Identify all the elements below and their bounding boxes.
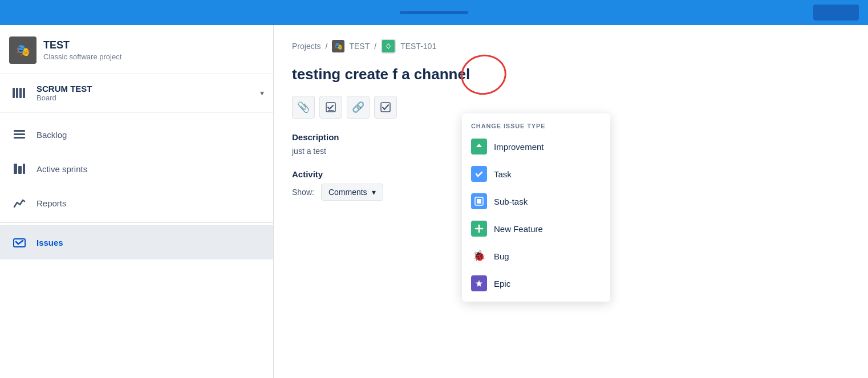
improvement-label: Improvement xyxy=(494,142,544,152)
issues-label: Issues xyxy=(36,238,63,247)
breadcrumb-sep-1: / xyxy=(326,42,328,51)
scrum-board-item[interactable]: SCRUM TEST Board ▾ xyxy=(9,83,264,103)
top-bar xyxy=(0,0,868,25)
subtask-label: Sub-task xyxy=(494,197,528,206)
top-bar-right[interactable] xyxy=(813,5,859,21)
project-avatar: 🎭 xyxy=(9,36,36,64)
bug-label: Bug xyxy=(494,251,509,261)
subtask-icon xyxy=(471,193,487,209)
issue-type-task[interactable]: Task xyxy=(462,160,610,188)
show-value: Comments xyxy=(328,188,367,197)
scrum-board-icon xyxy=(9,83,30,103)
chevron-down-icon[interactable]: ▾ xyxy=(260,88,264,97)
sidebar-item-backlog[interactable]: Backlog xyxy=(0,117,273,152)
main-layout: 🎭 TEST Classic software project xyxy=(0,25,868,378)
svg-rect-3 xyxy=(23,88,25,98)
improvement-icon xyxy=(471,139,487,155)
checkbox-button[interactable] xyxy=(374,96,397,119)
backlog-label: Backlog xyxy=(36,130,67,140)
issue-type-epic[interactable]: Epic xyxy=(462,270,610,297)
feature-label: New Feature xyxy=(494,224,543,234)
svg-rect-8 xyxy=(18,166,22,174)
breadcrumb-projects[interactable]: Projects xyxy=(292,42,321,51)
checklist-button[interactable] xyxy=(319,96,342,119)
svg-rect-0 xyxy=(13,88,15,98)
project-info: TEST Classic software project xyxy=(43,39,121,61)
top-bar-center xyxy=(400,11,468,14)
backlog-icon xyxy=(9,124,30,145)
epic-icon xyxy=(471,275,487,291)
sidebar-item-reports[interactable]: Reports xyxy=(0,186,273,220)
link-button[interactable]: 🔗 xyxy=(347,96,370,119)
svg-rect-15 xyxy=(477,199,481,204)
breadcrumb: Projects / 🎭 TEST / TEST-101 xyxy=(292,39,850,54)
scrum-title: SCRUM TEST xyxy=(36,84,253,94)
svg-rect-9 xyxy=(23,164,25,174)
show-dropdown[interactable]: Comments ▾ xyxy=(321,184,383,201)
attach-button[interactable]: 📎 xyxy=(292,96,315,119)
breadcrumb-project[interactable]: TEST xyxy=(349,42,370,51)
content-area: Projects / 🎭 TEST / TEST-101 testing cre… xyxy=(274,25,868,378)
change-issue-type-dropdown[interactable]: CHANGE ISSUE TYPE Improvement Task xyxy=(462,113,610,302)
svg-rect-2 xyxy=(19,88,22,98)
issue-type-bug[interactable]: 🐞 Bug xyxy=(462,242,610,270)
show-label: Show: xyxy=(292,188,314,197)
issues-icon xyxy=(9,232,30,253)
svg-rect-7 xyxy=(14,164,17,174)
dropdown-chevron-icon: ▾ xyxy=(372,188,376,197)
active-sprints-icon xyxy=(9,158,30,179)
task-icon xyxy=(471,166,487,182)
svg-rect-1 xyxy=(16,88,18,98)
task-label: Task xyxy=(494,169,512,179)
bug-icon: 🐞 xyxy=(471,248,487,264)
nav-divider xyxy=(0,222,273,223)
sidebar: 🎭 TEST Classic software project xyxy=(0,25,274,378)
issue-type-feature[interactable]: New Feature xyxy=(462,215,610,242)
project-name: TEST xyxy=(43,39,121,51)
issue-title: testing create f a channel xyxy=(292,65,691,84)
breadcrumb-issue-type-icon[interactable] xyxy=(381,39,396,54)
scrum-info: SCRUM TEST Board xyxy=(36,84,253,102)
issue-type-improvement[interactable]: Improvement xyxy=(462,133,610,160)
svg-rect-6 xyxy=(14,137,25,139)
breadcrumb-project-icon: 🎭 xyxy=(332,40,344,52)
breadcrumb-issue-id[interactable]: TEST-101 xyxy=(400,42,436,51)
dropdown-header: CHANGE ISSUE TYPE xyxy=(462,118,610,133)
nav-items: Backlog Active sprints xyxy=(0,113,273,264)
issue-type-subtask[interactable]: Sub-task xyxy=(462,188,610,215)
feature-icon xyxy=(471,221,487,237)
project-header: 🎭 TEST Classic software project xyxy=(0,25,273,74)
project-type: Classic software project xyxy=(43,52,121,61)
sidebar-item-issues[interactable]: Issues xyxy=(0,225,273,259)
svg-rect-5 xyxy=(14,133,25,135)
reports-label: Reports xyxy=(36,198,67,208)
epic-label: Epic xyxy=(494,279,510,288)
reports-icon xyxy=(9,193,30,213)
scrum-subtitle: Board xyxy=(36,94,253,102)
sidebar-item-active-sprints[interactable]: Active sprints xyxy=(0,152,273,186)
active-sprints-label: Active sprints xyxy=(36,164,87,174)
scrum-board-section[interactable]: SCRUM TEST Board ▾ xyxy=(0,74,273,113)
project-avatar-img: 🎭 xyxy=(9,36,36,64)
svg-rect-4 xyxy=(14,130,25,132)
